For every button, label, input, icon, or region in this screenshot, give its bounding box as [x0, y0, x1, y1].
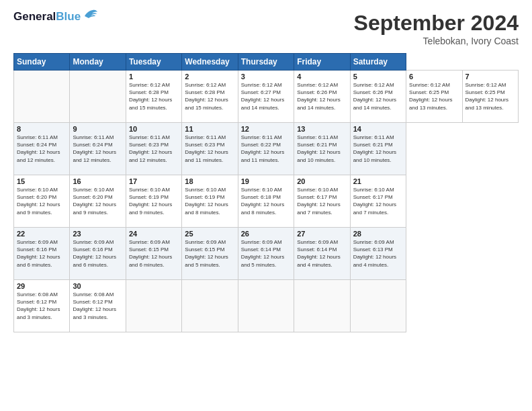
calendar-week-4: 22Sunrise: 6:09 AMSunset: 6:16 PMDayligh… — [14, 228, 519, 280]
day-number: 2 — [185, 73, 234, 81]
day-number: 13 — [297, 125, 347, 133]
day-info: Sunrise: 6:10 AMSunset: 6:19 PMDaylight:… — [185, 186, 234, 216]
day-number: 29 — [17, 282, 66, 290]
table-row: 20Sunrise: 6:10 AMSunset: 6:17 PMDayligh… — [294, 175, 350, 228]
day-info: Sunrise: 6:12 AMSunset: 6:27 PMDaylight:… — [241, 81, 291, 111]
table-row: 24Sunrise: 6:09 AMSunset: 6:15 PMDayligh… — [126, 228, 181, 280]
col-wednesday: Wednesday — [182, 54, 238, 71]
day-number: 21 — [353, 177, 403, 185]
col-sunday: Sunday — [14, 54, 70, 71]
day-number: 4 — [297, 73, 347, 81]
table-row: 4Sunrise: 6:12 AMSunset: 6:26 PMDaylight… — [294, 71, 350, 123]
day-info: Sunrise: 6:08 AMSunset: 6:12 PMDaylight:… — [73, 291, 122, 321]
table-row: 12Sunrise: 6:11 AMSunset: 6:22 PMDayligh… — [238, 123, 294, 175]
calendar-week-2: 8Sunrise: 6:11 AMSunset: 6:24 PMDaylight… — [14, 123, 519, 175]
table-row: 26Sunrise: 6:09 AMSunset: 6:14 PMDayligh… — [238, 228, 294, 280]
header-row: Sunday Monday Tuesday Wednesday Thursday… — [14, 54, 519, 71]
day-info: Sunrise: 6:11 AMSunset: 6:23 PMDaylight:… — [185, 134, 234, 164]
table-row: 23Sunrise: 6:09 AMSunset: 6:16 PMDayligh… — [70, 228, 126, 280]
table-row: 8Sunrise: 6:11 AMSunset: 6:24 PMDaylight… — [14, 123, 70, 175]
table-row: 7Sunrise: 6:12 AMSunset: 6:25 PMDaylight… — [462, 71, 519, 123]
table-row: 18Sunrise: 6:10 AMSunset: 6:19 PMDayligh… — [182, 175, 238, 228]
day-info: Sunrise: 6:10 AMSunset: 6:17 PMDaylight:… — [297, 186, 347, 216]
calendar-table: Sunday Monday Tuesday Wednesday Thursday… — [13, 53, 519, 332]
day-info: Sunrise: 6:11 AMSunset: 6:22 PMDaylight:… — [241, 134, 291, 164]
day-info: Sunrise: 6:11 AMSunset: 6:21 PMDaylight:… — [297, 134, 347, 164]
table-row: 15Sunrise: 6:10 AMSunset: 6:20 PMDayligh… — [14, 175, 70, 228]
day-number: 22 — [17, 230, 66, 238]
day-info: Sunrise: 6:08 AMSunset: 6:12 PMDaylight:… — [17, 291, 66, 321]
day-number: 9 — [73, 125, 122, 133]
day-info: Sunrise: 6:11 AMSunset: 6:23 PMDaylight:… — [129, 134, 179, 164]
calendar-week-3: 15Sunrise: 6:10 AMSunset: 6:20 PMDayligh… — [14, 175, 519, 228]
table-row — [14, 71, 70, 123]
calendar-week-5: 29Sunrise: 6:08 AMSunset: 6:12 PMDayligh… — [14, 280, 519, 332]
day-number: 26 — [241, 230, 291, 238]
table-row: 22Sunrise: 6:09 AMSunset: 6:16 PMDayligh… — [14, 228, 70, 280]
day-number: 17 — [129, 177, 179, 185]
day-info: Sunrise: 6:12 AMSunset: 6:28 PMDaylight:… — [185, 81, 234, 111]
day-number: 10 — [129, 125, 179, 133]
day-number: 1 — [129, 73, 179, 81]
day-info: Sunrise: 6:12 AMSunset: 6:25 PMDaylight:… — [466, 81, 516, 111]
day-info: Sunrise: 6:10 AMSunset: 6:20 PMDaylight:… — [17, 186, 66, 216]
day-info: Sunrise: 6:09 AMSunset: 6:15 PMDaylight:… — [185, 238, 234, 269]
day-number: 28 — [353, 230, 403, 238]
day-info: Sunrise: 6:09 AMSunset: 6:13 PMDaylight:… — [353, 238, 403, 269]
table-row: 28Sunrise: 6:09 AMSunset: 6:13 PMDayligh… — [350, 228, 406, 280]
col-thursday: Thursday — [238, 54, 294, 71]
table-row: 3Sunrise: 6:12 AMSunset: 6:27 PMDaylight… — [238, 71, 294, 123]
logo-general: General — [13, 10, 56, 23]
table-row: 6Sunrise: 6:12 AMSunset: 6:25 PMDaylight… — [406, 71, 462, 123]
table-row — [70, 71, 126, 123]
logo-blue: Blue — [56, 10, 81, 23]
logo-bird-icon — [83, 8, 98, 21]
day-info: Sunrise: 6:11 AMSunset: 6:21 PMDaylight:… — [353, 134, 403, 164]
day-info: Sunrise: 6:12 AMSunset: 6:25 PMDaylight:… — [409, 81, 459, 111]
day-info: Sunrise: 6:11 AMSunset: 6:24 PMDaylight:… — [17, 134, 66, 164]
table-row: 29Sunrise: 6:08 AMSunset: 6:12 PMDayligh… — [14, 280, 70, 332]
table-row — [182, 280, 238, 332]
day-info: Sunrise: 6:09 AMSunset: 6:16 PMDaylight:… — [17, 238, 66, 269]
table-row — [350, 280, 406, 332]
day-info: Sunrise: 6:10 AMSunset: 6:18 PMDaylight:… — [241, 186, 291, 216]
day-info: Sunrise: 6:12 AMSunset: 6:28 PMDaylight:… — [129, 81, 179, 111]
day-info: Sunrise: 6:09 AMSunset: 6:14 PMDaylight:… — [297, 238, 347, 269]
day-info: Sunrise: 6:11 AMSunset: 6:24 PMDaylight:… — [73, 134, 122, 164]
day-number: 12 — [241, 125, 291, 133]
table-row: 10Sunrise: 6:11 AMSunset: 6:23 PMDayligh… — [126, 123, 181, 175]
col-saturday: Saturday — [350, 54, 406, 71]
day-number: 7 — [466, 73, 516, 81]
day-info: Sunrise: 6:09 AMSunset: 6:15 PMDaylight:… — [129, 238, 179, 269]
day-number: 30 — [73, 282, 122, 290]
table-row: 11Sunrise: 6:11 AMSunset: 6:23 PMDayligh… — [182, 123, 238, 175]
day-info: Sunrise: 6:09 AMSunset: 6:14 PMDaylight:… — [241, 238, 291, 269]
title-block: September 2024 Telebokan, Ivory Coast — [354, 11, 519, 46]
table-row: 17Sunrise: 6:10 AMSunset: 6:19 PMDayligh… — [126, 175, 181, 228]
day-number: 20 — [297, 177, 347, 185]
table-row — [238, 280, 294, 332]
table-row: 25Sunrise: 6:09 AMSunset: 6:15 PMDayligh… — [182, 228, 238, 280]
col-tuesday: Tuesday — [126, 54, 181, 71]
table-row: 30Sunrise: 6:08 AMSunset: 6:12 PMDayligh… — [70, 280, 126, 332]
day-number: 24 — [129, 230, 179, 238]
day-number: 5 — [353, 73, 403, 81]
day-number: 3 — [241, 73, 291, 81]
day-info: Sunrise: 6:10 AMSunset: 6:20 PMDaylight:… — [73, 186, 122, 216]
table-row: 2Sunrise: 6:12 AMSunset: 6:28 PMDaylight… — [182, 71, 238, 123]
day-number: 15 — [17, 177, 66, 185]
day-number: 23 — [73, 230, 122, 238]
table-row: 14Sunrise: 6:11 AMSunset: 6:21 PMDayligh… — [350, 123, 406, 175]
day-number: 14 — [353, 125, 403, 133]
day-number: 8 — [17, 125, 66, 133]
day-info: Sunrise: 6:10 AMSunset: 6:19 PMDaylight:… — [129, 186, 179, 216]
day-number: 18 — [185, 177, 234, 185]
table-row — [294, 280, 350, 332]
header: GeneralBlue September 2024 Telebokan, Iv… — [13, 11, 519, 46]
table-row: 21Sunrise: 6:10 AMSunset: 6:17 PMDayligh… — [350, 175, 406, 228]
day-number: 19 — [241, 177, 291, 185]
location: Telebokan, Ivory Coast — [354, 36, 519, 46]
col-friday: Friday — [294, 54, 350, 71]
day-number: 11 — [185, 125, 234, 133]
table-row — [126, 280, 181, 332]
